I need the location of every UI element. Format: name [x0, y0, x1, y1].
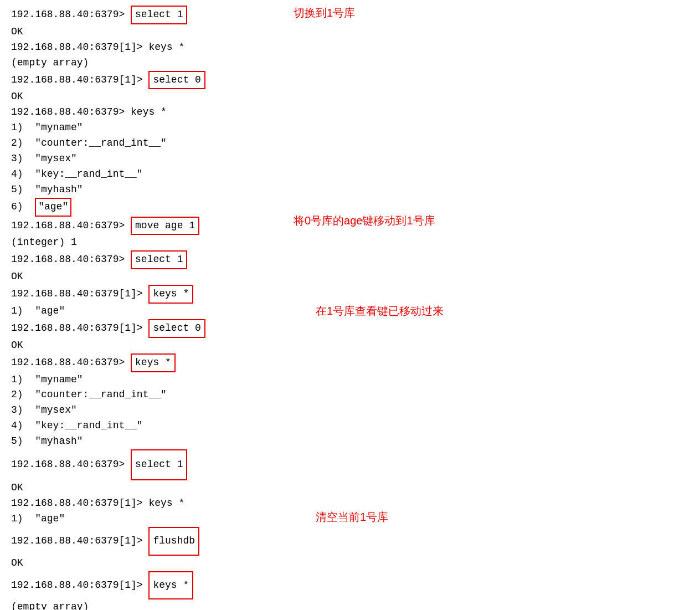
- terminal-line: 192.168.88.40:6379> keys *: [11, 353, 689, 372]
- command-box: select 0: [148, 319, 205, 338]
- terminal-line: 192.168.88.40:6379> select 1: [11, 250, 689, 269]
- terminal-line: 3) "mysex": [11, 403, 689, 418]
- terminal-line: 192.168.88.40:6379[1]> flushdb: [11, 527, 689, 556]
- terminal-line: 4) "key:__rand_int__": [11, 167, 689, 182]
- command-box: keys *: [148, 285, 193, 304]
- terminal-line: 1) "myname": [11, 372, 689, 388]
- command-box: select 1: [131, 449, 187, 480]
- terminal-line: 4) "key:__rand_int__": [11, 418, 689, 434]
- annotation-a2: 将0号库的age键移动到1号库: [294, 213, 435, 228]
- terminal-line: 192.168.88.40:6379[1]> keys *: [11, 285, 689, 304]
- terminal-line: 5) "myhash": [11, 434, 689, 449]
- command-box: keys *: [148, 571, 193, 600]
- command-box: keys *: [131, 353, 176, 372]
- terminal-line: OK: [11, 24, 689, 40]
- annotation-a3: 在1号库查看键已移动过来: [316, 304, 444, 319]
- terminal-line: 192.168.88.40:6379> keys *: [11, 105, 689, 120]
- command-box: select 0: [148, 71, 205, 90]
- terminal-line: 5) "myhash": [11, 182, 689, 198]
- command-box: select 1: [131, 250, 187, 269]
- terminal-line: 192.168.88.40:6379[1]> keys *: [11, 40, 689, 55]
- terminal-line: OK: [11, 338, 689, 353]
- terminal-line: 2) "counter:__rand_int__": [11, 387, 689, 403]
- terminal-line: 192.168.88.40:6379[1]> keys *: [11, 571, 689, 600]
- terminal-line: OK: [11, 556, 689, 571]
- terminal-line: 1) "myname": [11, 120, 689, 136]
- terminal-line: (empty array): [11, 599, 689, 610]
- annotation-a1: 切换到1号库: [294, 6, 355, 20]
- command-box: select 1: [131, 6, 187, 24]
- command-box: "age": [35, 198, 71, 217]
- terminal-line: 192.168.88.40:6379[1]> select 0: [11, 319, 689, 338]
- terminal-line: OK: [11, 480, 689, 496]
- terminal-line: OK: [11, 269, 689, 285]
- terminal-line: 192.168.88.40:6379[1]> keys *: [11, 496, 689, 511]
- terminal-line: OK: [11, 89, 689, 105]
- terminal-line: 192.168.88.40:6379> select 1: [11, 449, 689, 480]
- command-box: flushdb: [148, 527, 199, 556]
- terminal-line: 192.168.88.40:6379[1]> select 0: [11, 71, 689, 90]
- terminal-line: (integer) 1: [11, 235, 689, 250]
- terminal-line: (empty array): [11, 55, 689, 71]
- annotation-a4: 清空当前1号库: [316, 510, 388, 525]
- terminal-line: 3) "mysex": [11, 151, 689, 167]
- terminal-line: 2) "counter:__rand_int__": [11, 136, 689, 151]
- command-box: move age 1: [131, 217, 199, 235]
